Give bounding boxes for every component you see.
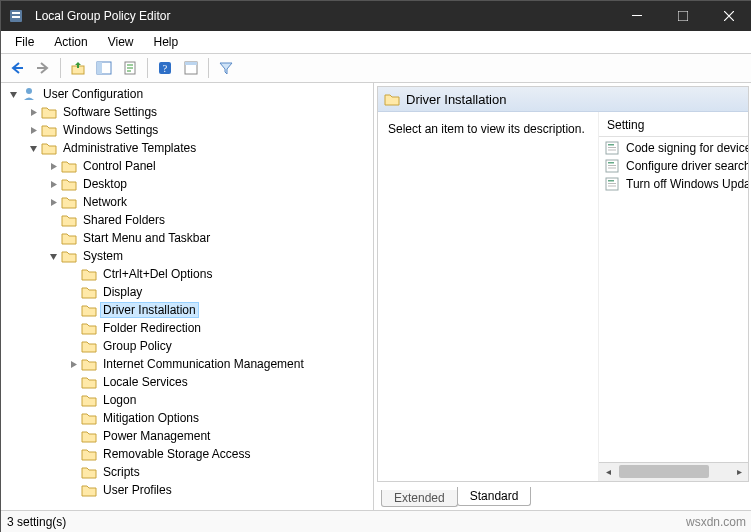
tab-extended[interactable]: Extended xyxy=(381,490,458,507)
minimize-button[interactable] xyxy=(614,1,660,31)
export-icon xyxy=(122,60,138,76)
column-header-setting[interactable]: Setting xyxy=(599,112,748,137)
close-button[interactable] xyxy=(706,1,751,31)
folder-icon xyxy=(61,194,77,210)
expander-icon[interactable] xyxy=(45,252,61,261)
folder-icon xyxy=(81,302,97,318)
folder-icon xyxy=(81,428,97,444)
tree-item[interactable]: Control Panel xyxy=(1,157,373,175)
tree-item-label: Ctrl+Alt+Del Options xyxy=(100,266,215,282)
tree-item[interactable]: Software Settings xyxy=(1,103,373,121)
tree-item[interactable]: Shared Folders xyxy=(1,211,373,229)
detail-title: Driver Installation xyxy=(406,92,506,107)
tab-standard[interactable]: Standard xyxy=(457,487,532,506)
properties-icon xyxy=(183,60,199,76)
scroll-left-button[interactable]: ◂ xyxy=(599,463,617,480)
folder-icon xyxy=(81,356,97,372)
forward-button[interactable] xyxy=(31,56,55,80)
titlebar: Local Group Policy Editor xyxy=(1,1,751,31)
body: User ConfigurationSoftware SettingsWindo… xyxy=(1,83,751,510)
tree-item-label: Group Policy xyxy=(100,338,175,354)
svg-rect-23 xyxy=(608,180,614,182)
maximize-icon xyxy=(678,11,688,21)
expander-icon[interactable] xyxy=(45,198,61,207)
tree-item[interactable]: Removable Storage Access xyxy=(1,445,373,463)
svg-rect-15 xyxy=(608,144,614,146)
tree-item[interactable]: Ctrl+Alt+Del Options xyxy=(1,265,373,283)
tree-item[interactable]: Group Policy xyxy=(1,337,373,355)
folder-icon xyxy=(61,248,77,264)
tree-item[interactable]: Power Management xyxy=(1,427,373,445)
tree-item-label: Power Management xyxy=(100,428,213,444)
folder-icon xyxy=(81,266,97,282)
tree-item[interactable]: Network xyxy=(1,193,373,211)
properties-button[interactable] xyxy=(179,56,203,80)
setting-row[interactable]: Turn off Windows Update device driver se… xyxy=(599,175,748,193)
menu-view[interactable]: View xyxy=(98,33,144,51)
tree-item[interactable]: Display xyxy=(1,283,373,301)
expander-icon[interactable] xyxy=(45,162,61,171)
tree-item[interactable]: Folder Redirection xyxy=(1,319,373,337)
policy-icon xyxy=(605,176,619,192)
menu-help[interactable]: Help xyxy=(144,33,189,51)
svg-rect-24 xyxy=(608,183,616,184)
setting-row[interactable]: Configure driver search locations xyxy=(599,157,748,175)
setting-label: Code signing for device drivers xyxy=(626,141,748,155)
tree-item[interactable]: Desktop xyxy=(1,175,373,193)
tree-item-label: Network xyxy=(80,194,130,210)
expander-icon[interactable] xyxy=(5,90,21,99)
close-icon xyxy=(724,11,734,21)
horizontal-scrollbar[interactable]: ◂ ▸ xyxy=(599,462,748,481)
up-button[interactable] xyxy=(66,56,90,80)
tree-item[interactable]: Logon xyxy=(1,391,373,409)
tree-item[interactable]: User Profiles xyxy=(1,481,373,499)
menu-file[interactable]: File xyxy=(5,33,44,51)
tree-item[interactable]: Administrative Templates xyxy=(1,139,373,157)
svg-rect-12 xyxy=(185,62,197,65)
scroll-thumb[interactable] xyxy=(619,465,709,478)
detail-pane: Driver Installation Select an item to vi… xyxy=(374,83,751,510)
export-list-button[interactable] xyxy=(118,56,142,80)
tree-item[interactable]: System xyxy=(1,247,373,265)
help-button[interactable]: ? xyxy=(153,56,177,80)
expander-icon[interactable] xyxy=(25,108,41,117)
tree-view[interactable]: User ConfigurationSoftware SettingsWindo… xyxy=(1,83,373,510)
setting-row[interactable]: Code signing for device drivers xyxy=(599,139,748,157)
svg-rect-21 xyxy=(608,168,616,169)
svg-rect-17 xyxy=(608,150,616,151)
expander-icon[interactable] xyxy=(45,180,61,189)
svg-rect-2 xyxy=(12,16,20,18)
maximize-button[interactable] xyxy=(660,1,706,31)
tree-item[interactable]: Locale Services xyxy=(1,373,373,391)
tree-item[interactable]: Internet Communication Management xyxy=(1,355,373,373)
tree-item[interactable]: Start Menu and Taskbar xyxy=(1,229,373,247)
tree-root[interactable]: User Configuration xyxy=(1,85,373,103)
tree-item[interactable]: Mitigation Options xyxy=(1,409,373,427)
scroll-right-button[interactable]: ▸ xyxy=(730,463,748,480)
tree-item-label: Internet Communication Management xyxy=(100,356,307,372)
expander-icon[interactable] xyxy=(25,126,41,135)
tree-item[interactable]: Windows Settings xyxy=(1,121,373,139)
toolbar-separator xyxy=(147,58,148,78)
status-text: 3 setting(s) xyxy=(7,515,66,529)
show-hide-tree-button[interactable] xyxy=(92,56,116,80)
filter-button[interactable] xyxy=(214,56,238,80)
svg-rect-20 xyxy=(608,165,616,166)
tree-item[interactable]: Scripts xyxy=(1,463,373,481)
folder-icon xyxy=(61,212,77,228)
folder-icon xyxy=(81,392,97,408)
toolbar-separator xyxy=(60,58,61,78)
window-title: Local Group Policy Editor xyxy=(31,9,614,23)
tree-item[interactable]: Driver Installation xyxy=(1,301,373,319)
folder-icon xyxy=(81,410,97,426)
back-button[interactable] xyxy=(5,56,29,80)
tree-item-label: Desktop xyxy=(80,176,130,192)
expander-icon[interactable] xyxy=(25,144,41,153)
tree-item-label: Windows Settings xyxy=(60,122,161,138)
menu-action[interactable]: Action xyxy=(44,33,97,51)
app-icon xyxy=(1,8,31,24)
view-tabs: Extended Standard xyxy=(377,485,749,507)
expander-icon[interactable] xyxy=(65,360,81,369)
tree-item-label: Removable Storage Access xyxy=(100,446,253,462)
tree-item-label: Start Menu and Taskbar xyxy=(80,230,213,246)
